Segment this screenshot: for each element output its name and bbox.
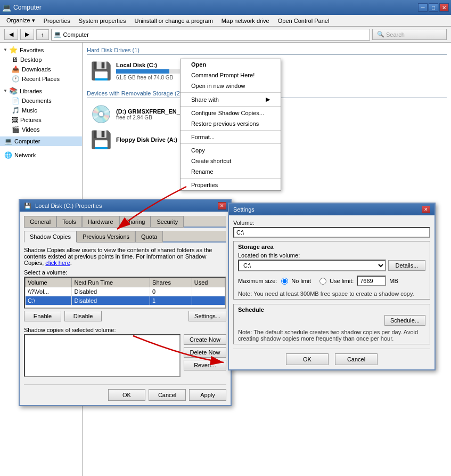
tab-hardware[interactable]: Hardware [82, 216, 119, 228]
settings-button[interactable]: Settings... [188, 311, 226, 321]
favorites-label: Favorites [20, 47, 44, 53]
click-here-link[interactable]: click here [45, 260, 70, 266]
documents-icon: 📄 [12, 97, 20, 104]
disable-button[interactable]: Disable [64, 311, 102, 321]
settings-footer: OK Cancel [233, 349, 430, 365]
details-button[interactable]: Details... [388, 260, 425, 271]
row1-used [192, 287, 225, 296]
volume-table-container: Volume Next Run Time Shares Used \\?\Vol… [24, 277, 226, 309]
ctx-item-shadow[interactable]: Configure Shadow Copies... [181, 108, 281, 118]
ctx-item-format[interactable]: Format... [181, 132, 281, 142]
menu-bar: Organize ▾ Properties System properties … [0, 15, 451, 27]
videos-icon: 🎬 [12, 126, 20, 133]
menu-system-properties[interactable]: System properties [75, 17, 130, 25]
table-row[interactable]: C:\ Disabled 1 [26, 296, 225, 305]
back-button[interactable]: ◀ [4, 29, 18, 40]
storage-area-title: Storage area [238, 244, 425, 250]
menu-properties[interactable]: Properties [39, 17, 75, 25]
menu-organize[interactable]: Organize ▾ [2, 16, 39, 25]
recent-label: Recent Places [22, 76, 60, 82]
menu-uninstall[interactable]: Uninstall or change a program [130, 17, 217, 25]
pictures-icon: 🖼 [12, 116, 18, 124]
downloads-label: Downloads [22, 66, 51, 72]
title-bar-icon: 💻 [2, 3, 11, 12]
up-button[interactable]: ↑ [36, 29, 49, 40]
settings-ok-button[interactable]: OK [286, 353, 329, 365]
schedule-group: Schedule Schedule... Note: The default s… [233, 304, 430, 344]
tab-general[interactable]: General [24, 216, 56, 228]
videos-label: Videos [22, 126, 39, 133]
menu-map-drive[interactable]: Map network drive [217, 17, 274, 25]
tab-tools[interactable]: Tools [56, 216, 82, 228]
nav-item-pictures[interactable]: 🖼 Pictures [0, 115, 82, 125]
ctx-item-properties[interactable]: Properties [181, 180, 281, 190]
computer-icon: 💻 [4, 138, 12, 145]
tab-row-1: General Tools Hardware Sharing Security [24, 216, 226, 228]
tab-security[interactable]: Security [151, 216, 184, 228]
table-row[interactable]: \\?\Vol... Disabled 0 [26, 287, 225, 296]
address-bar[interactable]: 💻 Computer [51, 29, 371, 41]
use-limit-radio[interactable] [319, 278, 326, 285]
dialog-title-text: Local Disk (C:) Properties [35, 203, 102, 209]
forward-button[interactable]: ▶ [20, 29, 34, 40]
apply-button[interactable]: Apply [189, 389, 226, 401]
schedule-note: Note: The default schedule creates two s… [238, 329, 425, 342]
nav-item-music[interactable]: 🎵 Music [0, 106, 82, 115]
nav-item-documents[interactable]: 📄 Documents [0, 96, 82, 106]
nav-item-desktop[interactable]: 🖥 Desktop [0, 55, 82, 64]
schedule-button[interactable]: Schedule... [384, 315, 425, 326]
share-label: Share with [191, 96, 219, 103]
ctx-item-rename[interactable]: Rename [181, 166, 281, 177]
col-next-run: Next Run Time [72, 278, 150, 287]
ctx-item-share[interactable]: Share with ▶ [181, 94, 281, 105]
tab-quota[interactable]: Quota [135, 231, 163, 243]
enable-button[interactable]: Enable [24, 311, 61, 321]
menu-control-panel[interactable]: Open Control Panel [274, 17, 334, 25]
ctx-item-open[interactable]: Open [181, 59, 281, 70]
nav-item-network[interactable]: 🌐 Network [0, 150, 82, 160]
tab-previous-versions[interactable]: Previous Versions [77, 231, 135, 243]
libraries-header[interactable]: ▼ 📚 Libraries [0, 86, 82, 96]
located-select[interactable]: C:\ [238, 260, 386, 271]
max-size-label: Maximum size: [238, 278, 277, 284]
minimize-button[interactable]: ─ [418, 3, 428, 12]
search-box[interactable]: 🔍 Search [372, 29, 447, 40]
favorites-section: ▼ ⭐ Favorites 🖥 Desktop 📥 Downloads 🕐 Re… [0, 45, 82, 84]
ctx-item-shortcut[interactable]: Create shortcut [181, 156, 281, 166]
dialog-title-icon: 💾 [24, 203, 31, 209]
no-limit-radio[interactable] [281, 278, 288, 285]
nav-item-computer[interactable]: 💻 Computer [0, 136, 82, 146]
favorites-icon: ⭐ [9, 46, 18, 54]
cancel-button[interactable]: Cancel [149, 389, 186, 401]
title-bar: 💻 Computer ─ □ ✕ [0, 0, 451, 15]
nav-item-videos[interactable]: 🎬 Videos [0, 125, 82, 134]
select-volume-label: Select a volume: [24, 269, 226, 276]
revert-button[interactable]: Revert... [184, 360, 226, 370]
tab-shadow-copies[interactable]: Shadow Copies [24, 231, 77, 243]
settings-close-button[interactable]: ✕ [422, 206, 430, 213]
nav-item-recent[interactable]: 🕐 Recent Places [0, 74, 82, 84]
ok-button[interactable]: OK [108, 389, 145, 401]
documents-label: Documents [22, 98, 52, 104]
dialog-close-button[interactable]: ✕ [218, 202, 226, 209]
use-limit-input[interactable] [357, 276, 386, 286]
maximize-button[interactable]: □ [429, 3, 438, 12]
ctx-item-copy[interactable]: Copy [181, 145, 281, 156]
use-limit-unit: MB [389, 278, 398, 284]
tab-sharing[interactable]: Sharing [119, 216, 151, 228]
ctx-item-restore[interactable]: Restore previous versions [181, 118, 281, 129]
create-now-button[interactable]: Create Now [184, 334, 226, 345]
floppy-icon: 💾 [91, 130, 112, 150]
ctx-item-new-window[interactable]: Open in new window [181, 80, 281, 91]
ctx-item-cmd[interactable]: Command Prompt Here! [181, 70, 281, 80]
delete-now-button[interactable]: Delete Now [184, 347, 226, 358]
favorites-header[interactable]: ▼ ⭐ Favorites [0, 45, 82, 55]
settings-cancel-button[interactable]: Cancel [335, 353, 378, 365]
volume-input[interactable] [233, 227, 430, 238]
row1-shares: 0 [150, 287, 192, 296]
nav-item-downloads[interactable]: 📥 Downloads [0, 64, 82, 74]
local-disk-dialog: 💾 Local Disk (C:) Properties ✕ General T… [19, 199, 232, 406]
libraries-triangle: ▼ [3, 88, 7, 93]
close-button[interactable]: ✕ [439, 3, 449, 12]
hard-disk-header: Hard Disk Drives (1) [87, 47, 447, 55]
